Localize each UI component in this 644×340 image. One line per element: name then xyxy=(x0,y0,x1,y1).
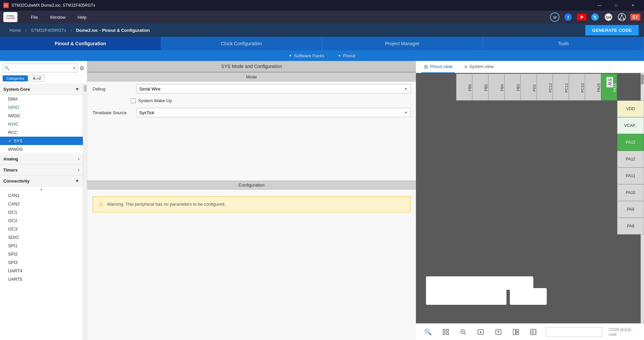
import-button[interactable] xyxy=(493,326,504,338)
svg-line-14 xyxy=(620,16,622,18)
sidebar-item-i2c3[interactable]: I2C3 xyxy=(0,225,83,233)
breadcrumb-current[interactable]: Dome2.ioc - Pinout & Configuration xyxy=(72,28,154,33)
breadcrumb: Home › STM32F405RGTx › Dome2.ioc - Pinou… xyxy=(0,23,644,37)
chip-search-input[interactable] xyxy=(546,327,602,337)
search-icon: 🔍 xyxy=(3,66,11,70)
sidebar-scroll-thumb xyxy=(84,85,87,92)
svg-line-23 xyxy=(465,333,466,335)
menu-help[interactable]: Help xyxy=(72,13,92,21)
tab-project-manager[interactable]: Project Manager xyxy=(322,37,483,50)
tab-clock-config[interactable]: Clock Configuration xyxy=(161,37,322,50)
sidebar-item-spi3[interactable]: SPI3 xyxy=(0,258,83,267)
center-panel-title: SYS Mode and Configuration xyxy=(87,61,416,72)
search-dropdown-icon[interactable]: ▼ xyxy=(71,66,77,70)
tab-tools[interactable]: Tools xyxy=(483,37,644,50)
white-shape-2 xyxy=(426,288,506,305)
wakeup-row: System Wake-Up xyxy=(87,96,416,105)
sidebar-item-sdio[interactable]: SDIO xyxy=(0,233,83,242)
timebase-select[interactable]: SysTick ▼ xyxy=(136,108,411,117)
pin-pb4[interactable]: PB4 xyxy=(488,74,504,100)
tab-pinout-config[interactable]: Pinout & Configuration xyxy=(0,37,161,50)
pin-vcap[interactable]: VCAP.. xyxy=(617,117,644,134)
pin-vdd[interactable]: VDD xyxy=(617,100,644,117)
youtube-icon[interactable] xyxy=(576,12,587,22)
sidebar-item-rcc[interactable]: RCC xyxy=(0,128,83,137)
menu-file[interactable]: File xyxy=(25,13,43,21)
pin-pc12[interactable]: PC12 xyxy=(537,74,553,100)
sidebar-item-gpio[interactable]: GPIO xyxy=(0,103,83,112)
sidebar-item-uart5[interactable]: UART5 xyxy=(0,275,83,283)
st-logo-icon[interactable]: ST xyxy=(630,12,641,22)
pin-pa13[interactable]: PA13 SWDIO xyxy=(617,134,644,151)
anniversary-icon[interactable]: 10 xyxy=(549,12,560,22)
sidebar-item-i2c2[interactable]: I2C2 xyxy=(0,216,83,225)
pin-pb3[interactable]: PB3 xyxy=(504,74,521,100)
pin-pb6[interactable]: PB6 xyxy=(456,74,472,100)
section-system-core[interactable]: System Core ▼ xyxy=(0,84,83,95)
sidebar-item-sys[interactable]: ✓ SYS xyxy=(0,137,83,145)
facebook-icon[interactable]: f xyxy=(563,12,574,22)
minimize-button[interactable]: — xyxy=(592,0,607,11)
wakeup-label: System Wake-Up xyxy=(138,98,172,103)
wakeup-checkbox[interactable] xyxy=(131,98,136,103)
search-input[interactable] xyxy=(11,66,71,70)
sidebar-item-can2[interactable]: CAN2 xyxy=(0,200,83,208)
svg-rect-31 xyxy=(531,329,536,335)
scroll-up-indicator[interactable]: ▲ xyxy=(0,187,83,191)
zoom-in-button[interactable]: 🔍 xyxy=(423,326,433,338)
sidebar-item-spi2[interactable]: SPI2 xyxy=(0,250,83,258)
section-connectivity[interactable]: Connectivity ▼ xyxy=(0,176,83,187)
section-line xyxy=(3,95,4,95)
sidebar: 🔍 ▼ ⚙ Categories A->Z System Core ▼ xyxy=(0,61,87,340)
timebase-select-arrow: ▼ xyxy=(404,111,408,115)
sidebar-item-nvic[interactable]: NVIC xyxy=(0,120,83,128)
menu-window[interactable]: Window xyxy=(45,13,71,21)
section-timers[interactable]: Timers › xyxy=(0,164,83,176)
sidebar-item-i2c1[interactable]: I2C1 xyxy=(0,208,83,216)
sec-tab-software-packs[interactable]: ▼ Software Packs xyxy=(288,53,324,58)
fit-view-button[interactable] xyxy=(440,326,451,338)
sidebar-item-wwdg[interactable]: WWDG xyxy=(0,145,83,153)
network-icon[interactable] xyxy=(616,12,627,22)
pin-pa12[interactable]: PA12 xyxy=(617,151,644,167)
twitter-icon[interactable]: 𝕏 xyxy=(590,12,600,22)
section-analog[interactable]: Analog › xyxy=(0,153,83,164)
system-view-tab[interactable]: ≡ System view xyxy=(462,61,496,73)
sidebar-item-iwdg[interactable]: IWDG xyxy=(0,112,83,120)
pin-pa15[interactable]: PA15 xyxy=(585,74,601,100)
table-button[interactable] xyxy=(528,326,539,338)
filter-az[interactable]: A->Z xyxy=(29,75,45,81)
pin-pd2[interactable]: PD2 xyxy=(521,74,537,100)
filter-categories[interactable]: Categories xyxy=(3,75,28,81)
generate-code-button[interactable]: GENERATE CODE xyxy=(585,25,639,36)
sidebar-item-dma[interactable]: DMA xyxy=(0,95,83,103)
layout-button[interactable] xyxy=(511,326,521,338)
sidebar-item-spi1[interactable]: SPI1 xyxy=(0,242,83,250)
sidebar-scrollbar[interactable] xyxy=(83,84,87,340)
pin-pa10[interactable]: PA10 xyxy=(617,184,644,201)
warning-box: ⚠ Warning: This peripheral has no parame… xyxy=(93,196,411,212)
secondary-tabbar: ▼ Software Packs ▼ Pinout xyxy=(0,50,644,61)
pin-pb5[interactable]: PB5 xyxy=(472,74,488,100)
breadcrumb-device[interactable]: STM32F405RGTx xyxy=(27,28,70,33)
pin-pc11[interactable]: PC11 xyxy=(553,74,569,100)
maximize-button[interactable]: □ xyxy=(608,0,624,11)
chip-area: SW PB6 PB5 PB4 PB3 PD2 PC12 PC11 PC10 xyxy=(416,73,644,323)
pin-pc10[interactable]: PC10 xyxy=(569,74,585,100)
export-button[interactable] xyxy=(475,326,486,338)
close-button[interactable]: × xyxy=(625,0,641,11)
bottom-credit: CSDN @北辰-code xyxy=(609,327,637,336)
settings-icon[interactable]: ⚙ xyxy=(79,65,84,71)
breadcrumb-home[interactable]: Home xyxy=(5,28,25,33)
pin-pa9[interactable]: PA9 xyxy=(617,201,644,218)
zoom-out-button[interactable] xyxy=(458,326,469,338)
pin-pa11[interactable]: PA11 xyxy=(617,167,644,184)
pin-pa8[interactable]: PA8 xyxy=(617,218,644,234)
chip-scroll-thumb xyxy=(641,74,644,84)
sec-tab-pinout[interactable]: ▼ Pinout xyxy=(338,53,356,58)
github-icon[interactable]: GH xyxy=(603,12,614,22)
debug-select[interactable]: Serial Wire ▼ xyxy=(136,84,411,93)
pinout-view-tab[interactable]: ⊞ Pinout view xyxy=(421,61,455,73)
sidebar-item-can1[interactable]: CAN1 xyxy=(0,191,83,200)
sidebar-item-uart4[interactable]: UART4 xyxy=(0,267,83,275)
